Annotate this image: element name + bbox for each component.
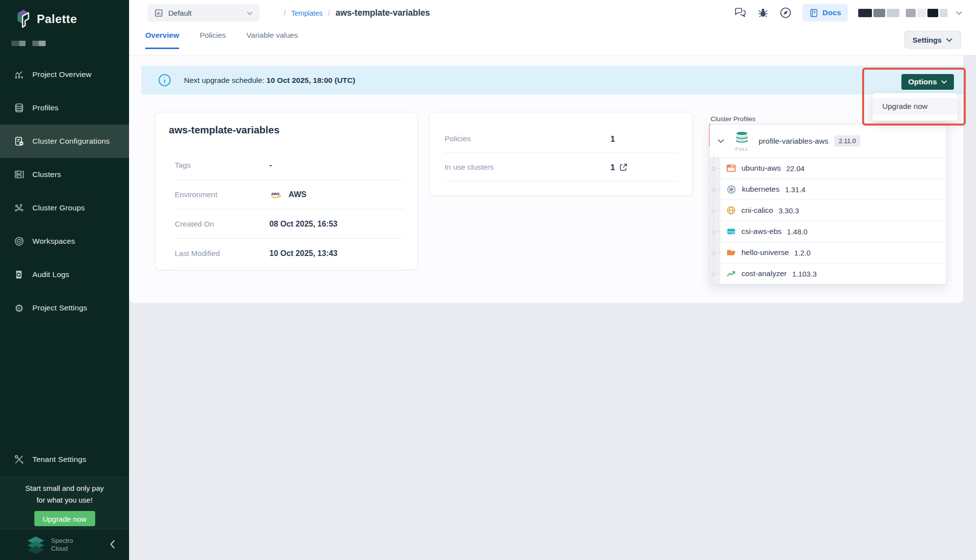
chevron-down-icon [946, 38, 952, 42]
detail-value: - [269, 161, 272, 170]
options-label: Options [908, 77, 937, 86]
compass-icon[interactable] [779, 6, 792, 19]
spectro-cloud-logo-icon [26, 535, 46, 554]
usage-value: 1 [610, 162, 615, 172]
chart-up-icon [726, 269, 736, 279]
usage-label: Policies [445, 134, 471, 143]
sidebar-item-workspaces[interactable]: Workspaces [0, 225, 129, 258]
sidebar-item-clusters[interactable]: Clusters [0, 158, 129, 191]
sidebar-item-label: Project Settings [32, 304, 87, 312]
breadcrumb-separator: / [284, 9, 286, 18]
docs-label: Docs [822, 8, 841, 17]
options-button[interactable]: Options [901, 74, 954, 90]
detail-label: Last Modified [175, 249, 269, 258]
template-details-card: aws-template-variables Tags - Environmen… [155, 112, 418, 270]
brand-name: Palette [37, 12, 77, 26]
sidebar-item-tenant-settings[interactable]: Tenant Settings [0, 443, 129, 476]
sidebar: Palette Project Overview [0, 0, 129, 560]
project-scope-icon [154, 8, 163, 18]
banner-text-prefix: Next upgrade schedule: [184, 76, 266, 84]
user-menu[interactable] [858, 9, 962, 17]
sidebar-item-project-settings[interactable]: ⚙ Project Settings [0, 291, 129, 325]
sidebar-item-cluster-configurations[interactable]: Cluster Configurations [0, 125, 129, 158]
breadcrumb-link-templates[interactable]: Templates [291, 9, 322, 17]
upgrade-now-menu-item[interactable]: Upgrade now [872, 98, 957, 115]
footer-brand: Spectro Cloud [51, 537, 73, 553]
layer-row-hello-universe[interactable]: hello-universe 1.2.0 [720, 242, 946, 263]
os-icon [726, 163, 736, 173]
sidebar-item-cluster-groups[interactable]: Cluster Groups [0, 191, 129, 225]
upgrade-promo: Start small and only pay for what you us… [0, 476, 129, 529]
cluster-profiles-panel: FULL profile-variables-aws 2.11.0 ubuntu… [709, 124, 947, 285]
sidebar-item-profiles[interactable]: Profiles [0, 91, 129, 125]
upgrade-schedule-banner: Next upgrade schedule: 10 Oct 2025, 18:0… [141, 66, 963, 95]
tab-overview[interactable]: Overview [145, 31, 179, 49]
sidebar-item-label: Project Overview [32, 70, 91, 79]
breadcrumb: / Templates / aws-template-variables [284, 4, 430, 22]
sidebar-item-project-overview[interactable]: Project Overview [0, 58, 129, 91]
promo-text-line1: Start small and only pay [0, 483, 129, 494]
sidebar-item-label: Cluster Groups [32, 204, 85, 212]
layer-version: 22.04 [786, 164, 805, 173]
environment-value: AWS [289, 190, 306, 199]
folder-icon [726, 248, 736, 257]
profile-type-label: FULL [731, 146, 753, 152]
detail-value: aws AWS [269, 190, 306, 200]
kubernetes-icon [726, 184, 737, 195]
layer-version: 1.2.0 [794, 249, 811, 257]
gear-icon: ⚙ [14, 303, 25, 313]
tab-variable-values[interactable]: Variable values [246, 31, 298, 49]
layer-row-csi-aws-ebs[interactable]: csi-aws-ebs 1.48.0 [720, 221, 946, 242]
layer-version: 1.48.0 [787, 228, 808, 236]
tree-connector [713, 210, 720, 211]
usage-row-policies: Policies 1 [445, 125, 678, 153]
layer-version: 1.31.4 [785, 185, 806, 194]
layer-version: 3.30.3 [779, 206, 799, 215]
detail-label: Environment [175, 190, 269, 199]
cluster-profile-header[interactable]: FULL profile-variables-aws 2.11.0 [710, 125, 946, 158]
profile-type: FULL [731, 131, 753, 152]
layer-row-kubernetes[interactable]: kubernetes 1.31.4 [720, 179, 946, 200]
docs-button[interactable]: Docs [802, 4, 848, 22]
tab-policies[interactable]: Policies [200, 31, 226, 49]
settings-label: Settings [913, 36, 942, 44]
chevron-down-icon [941, 80, 947, 84]
detail-row-environment: Environment aws AWS [175, 180, 404, 209]
nodes-icon [14, 203, 25, 213]
detail-label: Created On [175, 220, 269, 229]
globe-icon [726, 205, 736, 215]
layer-name: ubuntu-aws [741, 164, 781, 173]
sidebar-item-label: Clusters [32, 170, 61, 179]
database-stack-icon [14, 102, 25, 113]
banner-datetime: 10 Oct 2025, 18:00 (UTC) [266, 76, 355, 84]
aws-logo-icon: aws [269, 190, 284, 200]
project-selector[interactable]: Default [147, 4, 260, 22]
collapse-sidebar-icon[interactable] [110, 540, 115, 551]
settings-button[interactable]: Settings [904, 31, 961, 49]
doc-check-icon [14, 136, 25, 147]
audit-icon [14, 269, 25, 280]
profile-name: profile-variables-aws [759, 137, 828, 146]
breadcrumb-separator: / [328, 9, 330, 18]
layer-row-ubuntu-aws[interactable]: ubuntu-aws 22.04 [720, 158, 946, 179]
sidebar-upgrade-button[interactable]: Upgrade now [34, 511, 95, 526]
tree-connector [713, 274, 720, 274]
layer-row-cost-analyzer[interactable]: cost-analyzer 1.103.3 [720, 263, 946, 284]
detail-value: 10 Oct 2025, 13:43 [269, 249, 338, 258]
detail-row-tags: Tags - [175, 151, 404, 180]
app-window: Palette Project Overview [0, 0, 976, 560]
layer-name: hello-universe [741, 248, 789, 257]
options-dropdown: Upgrade now [872, 93, 957, 121]
chevron-down-icon [956, 11, 962, 15]
tree-connector [713, 189, 720, 190]
bug-report-icon[interactable] [757, 7, 769, 19]
layer-row-cni-calico[interactable]: cni-calico 3.30.3 [720, 200, 946, 221]
header-actions: Docs [734, 3, 962, 22]
palette-logo-icon [13, 8, 32, 30]
sidebar-item-audit-logs[interactable]: Audit Logs [0, 258, 129, 291]
sidebar-footer: Spectro Cloud [0, 529, 129, 560]
sidebar-item-label: Tenant Settings [32, 455, 86, 464]
chat-icon[interactable] [734, 7, 747, 19]
external-link-icon[interactable] [619, 162, 628, 172]
info-icon [158, 74, 171, 87]
